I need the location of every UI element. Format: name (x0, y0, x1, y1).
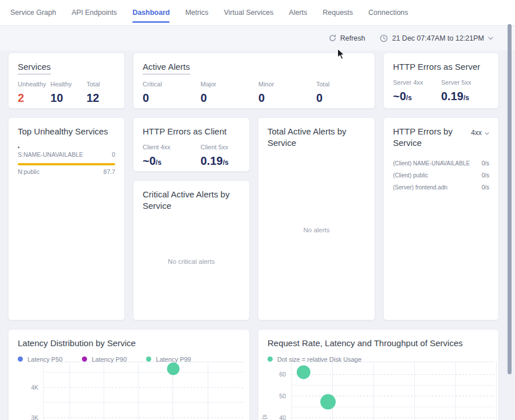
stat-value: ~0/s (143, 155, 201, 167)
stat-value: 0.19/s (441, 90, 489, 102)
card-services-title[interactable]: Services (18, 61, 51, 74)
stat-label: Total (316, 81, 374, 88)
legend-dot-blue (18, 356, 23, 362)
stat-label: Critical (143, 81, 201, 88)
http-server-stats: Server 4xx ~0/s Server 5xx 0.19/s (393, 79, 489, 102)
latency-chart-plot: 4K 3K (9, 330, 249, 420)
card-top-unhealthy-services: Top Unhealthy Services S:NAME-UNAVAILABL… (8, 117, 125, 320)
service-row: N:public 87.7 (18, 168, 115, 175)
tab-service-graph[interactable]: Service Graph (10, 0, 56, 25)
refresh-label: Refresh (340, 34, 365, 42)
top-nav: Service Graph API Endpoints Dashboard Me… (0, 0, 515, 26)
stat-label: Server 5xx (441, 79, 489, 86)
stat-healthy: Healthy 10 (50, 81, 87, 104)
data-point-latency-p99[interactable] (167, 363, 180, 375)
error-rate-row[interactable]: (Client) public 0/s (393, 169, 489, 181)
error-type-select[interactable]: 4xx (471, 129, 489, 137)
stat-value: 10 (50, 92, 87, 104)
unhealthy-service-item[interactable]: S:NAME-UNAVAILABLE 0 (18, 146, 115, 158)
card-http-errors-by-service-title: HTTP Errors by Service (393, 126, 461, 148)
stat-label: Client 5xx (201, 144, 240, 150)
refresh-button[interactable]: Refresh (329, 34, 365, 42)
legend-dot-green (268, 356, 273, 362)
y-tick-40: 40 (279, 415, 286, 420)
http-client-stats: Client 4xx ~0/s Client 5xx 0.19/s (143, 144, 240, 167)
card-http-errors-client: HTTP Errors as Client Client 4xx ~0/s Cl… (133, 117, 250, 172)
time-range-picker[interactable]: 21 Dec 07:47AM to 12:21PM (380, 34, 493, 42)
dashboard-page: Service Graph API Endpoints Dashboard Me… (0, 0, 515, 420)
legend-item-disk-usage[interactable]: Dot size = relative Disk Usage (268, 356, 361, 363)
tab-connections[interactable]: Connections (368, 0, 408, 25)
legend-item-p99[interactable]: Latency P99 (146, 356, 191, 363)
card-latency-distribution: Latency Distribution by Service Latency … (8, 329, 250, 420)
data-point-bubble[interactable] (297, 366, 310, 379)
legend-label: Latency P90 (92, 356, 127, 363)
legend-item-p90[interactable]: Latency P90 (82, 356, 127, 363)
vertical-scrollbar-thumb[interactable] (508, 24, 512, 374)
legend-label: Latency P99 (156, 356, 191, 363)
legend-dot-magenta (82, 356, 87, 362)
stat-label: Major (201, 81, 258, 88)
card-critical-alerts-title: Critical Active Alerts by Service (143, 189, 240, 211)
card-active-alerts: Active Alerts Critical 0 Major 0 Minor 0… (133, 53, 375, 109)
legend-label: Dot size = relative Disk Usage (277, 356, 361, 363)
error-type-value: 4xx (471, 129, 482, 137)
card-critical-alerts-by-service: Critical Active Alerts by Service No cri… (133, 180, 250, 320)
error-rate-row[interactable]: (Server) frontend.adn 0/s (393, 181, 489, 193)
y-tick-60: 60 (279, 371, 286, 378)
service-name: S:NAME-UNAVAILABLE (18, 151, 83, 158)
tab-api-endpoints[interactable]: API Endpoints (72, 0, 117, 25)
stat-label: Server 4xx (393, 79, 441, 86)
service-label: (Server) frontend.adn (393, 184, 447, 191)
tab-metrics[interactable]: Metrics (185, 0, 208, 25)
service-name: N:public (18, 168, 40, 175)
card-http-errors-by-service: HTTP Errors by Service 4xx (Client) NAME… (383, 117, 499, 320)
chevron-down-icon (485, 129, 489, 137)
clock-icon (380, 34, 388, 42)
data-point-bubble[interactable] (320, 394, 336, 410)
error-rate-value: 0/s (482, 172, 489, 179)
toolbar: Refresh 21 Dec 07:47AM to 12:21PM (0, 26, 515, 50)
y-tick-4k: 4K (31, 385, 38, 391)
card-top-unhealthy-title: Top Unhealthy Services (18, 126, 108, 136)
stat-minor: Minor 0 (258, 81, 316, 104)
stat-value: 0.19/s (201, 155, 240, 167)
card-http-errors-server-title: HTTP Errors as Server (393, 62, 480, 72)
tab-requests[interactable]: Requests (323, 0, 353, 25)
error-rate-value: 0/s (482, 184, 489, 191)
service-score: 87.7 (104, 168, 115, 175)
stat-value: 2 (18, 92, 50, 104)
y-axis-label-fragment: (s (261, 414, 268, 419)
chevron-down-icon (488, 37, 493, 40)
tab-alerts[interactable]: Alerts (289, 0, 307, 25)
stat-value: 0 (201, 92, 258, 104)
middle-column: HTTP Errors as Client Client 4xx ~0/s Cl… (133, 117, 250, 320)
service-row: S:NAME-UNAVAILABLE 0 (18, 151, 115, 158)
card-total-alerts-by-service: Total Active Alerts by Service No alerts (258, 117, 375, 320)
error-rate-value: 0/s (482, 160, 489, 167)
stat-label: Total (87, 81, 115, 88)
legend-item-p50[interactable]: Latency P50 (18, 356, 62, 363)
tab-dashboard[interactable]: Dashboard (132, 0, 170, 25)
services-stats: Unhealthy 2 Healthy 10 Total 12 (18, 81, 115, 104)
stat-server-5xx: Server 5xx 0.19/s (441, 79, 489, 102)
error-rate-list: (Client) NAME-UNAVAILABLE 0/s (Client) p… (393, 157, 489, 193)
service-score-bar (18, 146, 19, 148)
error-rate-row[interactable]: (Client) NAME-UNAVAILABLE 0/s (393, 157, 489, 169)
bubble-chart-legend: Dot size = relative Disk Usage (268, 356, 489, 363)
unhealthy-service-item[interactable]: N:public 87.7 (18, 163, 115, 175)
time-range-label: 21 Dec 07:47AM to 12:21PM (392, 34, 484, 42)
tab-virtual-services[interactable]: Virtual Services (224, 0, 274, 25)
stat-server-4xx: Server 4xx ~0/s (393, 79, 441, 102)
stat-major: Major 0 (201, 81, 258, 104)
stat-unhealthy: Unhealthy 2 (18, 81, 50, 104)
unhealthy-service-list: S:NAME-UNAVAILABLE 0 N:public 87.7 (18, 146, 115, 175)
empty-zone: No critical alerts (143, 211, 240, 312)
stat-client-5xx: Client 5xx 0.19/s (201, 144, 240, 167)
service-label: (Client) NAME-UNAVAILABLE (393, 160, 470, 167)
card-active-alerts-title[interactable]: Active Alerts (143, 61, 190, 74)
y-tick-3k: 3K (31, 415, 38, 420)
card-http-errors-server: HTTP Errors as Server Server 4xx ~0/s Se… (383, 53, 499, 109)
stat-value: ~0/s (393, 90, 441, 102)
card-header: HTTP Errors by Service 4xx (393, 126, 489, 148)
